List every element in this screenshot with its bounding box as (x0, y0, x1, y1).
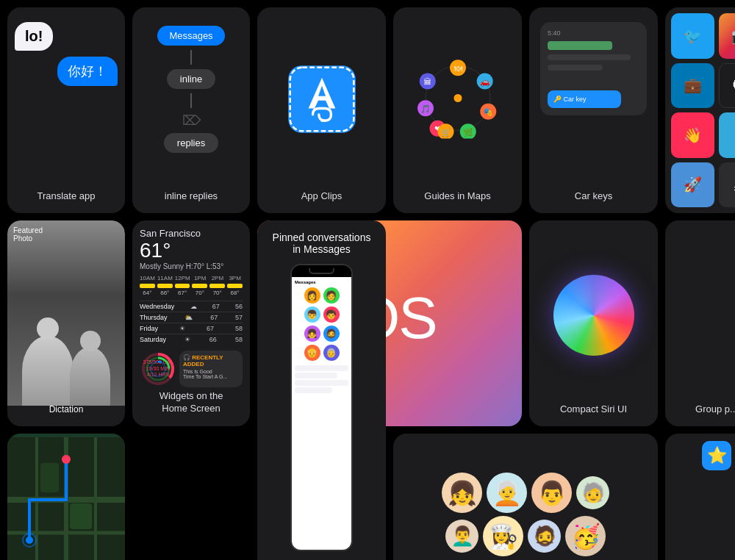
card-routing: routing (7, 434, 125, 560)
messages-bubble-inline: inline (167, 69, 215, 89)
weather-table: Wednesday☁6756 Thursday⛅6757 Friday☀6758… (140, 301, 243, 345)
svg-text:🎵: 🎵 (420, 104, 431, 114)
carkeys-content: 5:40 🔑 Car key (540, 22, 647, 191)
weather-city: San Francisco (140, 228, 201, 239)
messages-content: Messages inline ⌦ replies (140, 15, 243, 187)
pinned-avatars: 👩 🧑 👦 🧒 👧 🧔 👴 👵 (295, 287, 348, 361)
iphone-notch (309, 268, 334, 274)
main-grid: lo! 你好！ Translate app Messages inline ⌦ … (0, 0, 735, 560)
memoji-2: 🧑‍🦳 (487, 473, 527, 513)
card-pip-dictation: FeaturedPhoto Dictation (7, 220, 125, 426)
card-carkeys: 5:40 🔑 Car key Car keys (529, 7, 658, 213)
memoji-8: 🥳 (565, 516, 606, 556)
memoji-5: 👨‍🦱 (445, 520, 478, 553)
siri-orb (553, 275, 634, 356)
instagram-icon: 📷 (719, 13, 735, 59)
iphone-status (292, 265, 351, 277)
card-social: 🐦 📷 💼 🅖 👋 💧 🚀 🏖 (665, 7, 735, 213)
weather-temp: 61° (140, 239, 171, 262)
memoji-row-2: 👨‍🦱 👩‍🍳 🧔 🥳 (445, 516, 606, 556)
featured-label: FeaturedPhoto (13, 226, 43, 243)
weather-forecast: 10AM11AM12PM1PM2PM3PM 64°66°67°70°70°68° (140, 275, 243, 296)
iphone-frame: Messages 👩 🧑 👦 🧒 👧 🧔 👴 👵 (290, 264, 353, 551)
svg-text:🌿: 🌿 (462, 127, 473, 137)
card-weather: San Francisco 61° Mostly Sunny H:70° L:5… (132, 220, 250, 426)
card-cycling: ⭐ Cycling (665, 434, 735, 560)
pip-label: Dictation (43, 404, 90, 416)
activity-widgets: 375/500 CAL19/30 MIN4/12 HRS 🎧 RECENTLY … (140, 351, 243, 387)
widget-life-text: This Is GoodTime To Start A G... (183, 369, 239, 379)
card-group: 👤 👥 Group p... (665, 220, 735, 426)
card-translate: lo! 你好！ Translate app (7, 7, 125, 213)
app-icon-5: 👋 (671, 112, 714, 158)
pinned-avatar-8: 👵 (323, 345, 340, 361)
app-icon-4: 🅖 (719, 63, 735, 109)
appclips-icon (285, 62, 359, 136)
pinned-avatar-2: 🧑 (323, 287, 340, 304)
card-pinned: Pinned conversationsin Messages Messages… (257, 220, 386, 560)
memoji-row-1: 👧 🧑‍🦳 👨 🧓 (442, 473, 609, 513)
memoji-7: 🧔 (528, 520, 561, 553)
memoji-6: 👩‍🍳 (483, 516, 523, 556)
appclips-label: App Clips (295, 190, 348, 203)
memoji-1: 👧 (442, 473, 482, 513)
maps-icon: 🍽 🚗 🎭 🌿 ❤ 🎵 🏛 🛒 (417, 58, 498, 139)
svg-point-3 (453, 94, 462, 102)
maps-label: Guides in Maps (418, 190, 496, 203)
translate-english-bubble: lo! (15, 22, 53, 51)
translate-content: lo! 你好！ (11, 15, 121, 191)
cycling-icon: ⭐ (702, 441, 731, 470)
widget-life: 🎧 RECENTLY ADDED This Is GoodTime To Sta… (179, 351, 243, 387)
app-icon-8: 🏖 (719, 162, 735, 208)
svg-text:🚗: 🚗 (479, 76, 490, 87)
widgets-label: Widgets on the Home Screen (140, 390, 243, 415)
widget-life-title: 🎧 RECENTLY ADDED (183, 354, 239, 367)
messages-bubble-replies: replies (164, 133, 218, 153)
translate-chinese-bubble: 你好！ (57, 57, 118, 86)
routing-map (7, 434, 125, 560)
cycling-content: ⭐ (665, 441, 735, 470)
pip-photo-area: FeaturedPhoto (7, 220, 125, 406)
svg-text:🛒: 🛒 (440, 127, 451, 137)
twitter-icon: 🐦 (671, 13, 714, 59)
svg-rect-36 (40, 463, 59, 492)
memoji-4: 🧓 (576, 476, 609, 509)
messages-bubble-top: Messages (157, 26, 224, 46)
pinned-avatar-1: 👩 (304, 287, 320, 304)
svg-point-32 (62, 455, 71, 464)
card-siri: Compact Siri UI (529, 220, 658, 426)
pinned-avatar-4: 🧒 (323, 306, 340, 323)
messages-line-2 (190, 93, 192, 108)
linkedin-icon: 💼 (671, 63, 714, 109)
svg-rect-35 (70, 503, 92, 529)
pinned-avatar-7: 👴 (304, 345, 320, 361)
iphone-messages-header: Messages (295, 280, 348, 284)
weather-desc: Mostly Sunny H:70° L:53° (140, 262, 223, 270)
svg-text:🏛: 🏛 (423, 77, 431, 86)
pinned-avatar-5: 👧 (304, 326, 320, 342)
activity-ring: 375/500 CAL19/30 MIN4/12 HRS (140, 351, 176, 387)
svg-point-24 (151, 362, 165, 376)
svg-point-33 (26, 536, 33, 544)
card-messages: Messages inline ⌦ replies inline replies (132, 7, 250, 213)
pinned-label: Pinned conversationsin Messages (273, 231, 371, 255)
app-icon-7: 🚀 (671, 162, 714, 208)
translate-label: Translate app (31, 190, 101, 203)
card-maps: 🍽 🚗 🎭 🌿 ❤ 🎵 🏛 🛒 Guides in Maps (393, 7, 522, 213)
iphone-screen: Messages 👩 🧑 👦 🧒 👧 🧔 👴 👵 (292, 277, 351, 550)
messages-line (190, 50, 192, 65)
carkeys-label: Car keys (569, 190, 618, 203)
svg-text:🎭: 🎭 (483, 107, 493, 117)
messages-label: inline replies (159, 190, 223, 203)
pinned-avatar-3: 👦 (304, 306, 320, 323)
app-icon-6: 💧 (719, 112, 735, 158)
svg-text:🍽: 🍽 (453, 64, 462, 73)
pinned-avatar-6: 🧔 (323, 326, 340, 342)
card-memoji: 👧 🧑‍🦳 👨 🧓 👨‍🦱 👩‍🍳 🧔 🥳 New Memoji (393, 434, 658, 560)
card-appclips: App Clips (257, 7, 386, 213)
pinned-content: Pinned conversationsin Messages Messages… (257, 220, 386, 560)
memoji-3: 👨 (531, 473, 572, 513)
siri-label: Compact Siri UI (554, 403, 633, 416)
memoji-content: 👧 🧑‍🦳 👨 🧓 👨‍🦱 👩‍🍳 🧔 🥳 New Memoji (393, 434, 658, 560)
group-label: Group p... (689, 403, 735, 416)
